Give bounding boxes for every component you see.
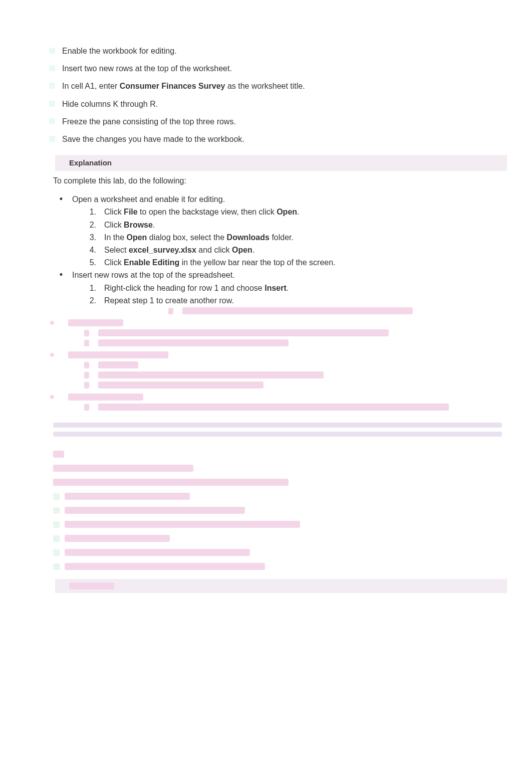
blurred-line: [0, 361, 532, 368]
blurred-line: [0, 404, 532, 411]
blurred-task-section: [0, 465, 532, 570]
blur-text: [98, 371, 324, 378]
numbered-text: Right-click the heading for row 1 and ch…: [104, 282, 289, 294]
numbered-list: 1.Click File to open the backstage view,…: [50, 206, 502, 268]
blurred-bullet: [0, 351, 532, 358]
number-index: 1.: [84, 282, 104, 294]
blurred-bullet: [0, 319, 532, 326]
blurred-line: [0, 329, 532, 336]
task-item: Hide columns K through R.: [53, 98, 502, 110]
task-text: In cell A1, enter Consumer Finances Surv…: [62, 80, 305, 92]
blurred-task-item: [53, 507, 502, 514]
numbered-text: Click Enable Editing in the yellow bar n…: [104, 257, 336, 268]
blurred-groups: [0, 319, 532, 411]
blur-check-icon: [53, 563, 60, 570]
bullet-icon: •: [50, 193, 72, 205]
explain-heading: Insert new rows at the top of the spread…: [72, 269, 235, 281]
numbered-text: Select excel_survey.xlsx and click Open.: [104, 244, 254, 256]
numbered-list: 1.Right-click the heading for row 1 and …: [50, 282, 502, 306]
numbered-text: Click File to open the backstage view, t…: [104, 206, 300, 218]
task-item: Freeze the pane consisting of the top th…: [53, 116, 502, 127]
blurred-line: [0, 381, 532, 388]
task-item: Insert two new rows at the top of the wo…: [53, 63, 502, 74]
blur-text: [68, 351, 168, 358]
numbered-item: 1.Click File to open the backstage view,…: [84, 206, 502, 218]
blur-index: [84, 362, 89, 368]
check-icon: [49, 118, 55, 124]
blurred-line: [0, 339, 532, 346]
blurred-task-item: [53, 493, 502, 500]
blur-text: [53, 479, 289, 486]
blur-check-icon: [53, 549, 60, 556]
blur-index: [84, 330, 89, 336]
numbered-item: 4.Select excel_survey.xlsx and click Ope…: [84, 244, 502, 256]
task-text: Freeze the pane consisting of the top th…: [62, 116, 236, 127]
explain-heading: Open a worksheet and enable it for editi…: [72, 193, 225, 205]
number-index: 2.: [84, 295, 104, 306]
blurred-intro-row: [53, 465, 502, 472]
number-index: 3.: [84, 232, 104, 243]
number-index: 1.: [84, 206, 104, 218]
blur-bullet-icon: [50, 395, 54, 399]
blurred-line: [0, 371, 532, 378]
blur-text: [182, 307, 413, 314]
blur-text: [98, 381, 263, 388]
number-index: 2.: [84, 219, 104, 231]
blur-check-icon: [53, 535, 60, 542]
explanation-header: Explanation: [55, 155, 507, 171]
blur-text: [65, 521, 300, 528]
numbered-text: Click Browse.: [104, 219, 155, 231]
explain-bullet: •Open a worksheet and enable it for edit…: [50, 193, 502, 205]
blurred-bullet: [0, 394, 532, 401]
divider-line: [53, 423, 502, 428]
check-icon: [49, 65, 55, 71]
blur-text: [98, 404, 449, 411]
divider-block: [0, 411, 532, 446]
blurred-task-item: [53, 549, 502, 556]
blur-index: [168, 308, 173, 314]
blur-text: [98, 339, 289, 346]
task-text: Save the changes you have made to the wo…: [62, 133, 244, 145]
bullet-icon: •: [50, 269, 72, 281]
blur-text: [65, 535, 170, 542]
blur-text: [65, 563, 265, 570]
task-item: Enable the workbook for editing.: [53, 45, 502, 57]
blurred-task-item: [53, 479, 502, 486]
check-icon: [49, 83, 55, 89]
blur-bullet-icon: [50, 353, 54, 357]
blur-text: [68, 319, 123, 326]
blurred-line: [84, 307, 502, 314]
blurred-task-item: [53, 535, 502, 542]
blur-text: [69, 582, 114, 590]
check-icon: [49, 101, 55, 107]
blur-check-icon: [53, 521, 60, 528]
blur-text: [53, 465, 193, 472]
blur-text: [65, 507, 245, 514]
task-list: Enable the workbook for editing.Insert t…: [0, 45, 532, 145]
divider-line: [53, 432, 502, 437]
check-icon: [49, 136, 55, 142]
explain-bullet: •Insert new rows at the top of the sprea…: [50, 269, 502, 281]
blurred-task-item: [53, 521, 502, 528]
numbered-item: 3.In the Open dialog box, select the Dow…: [84, 232, 502, 243]
blur-text: [98, 361, 138, 368]
task-text: Insert two new rows at the top of the wo…: [62, 63, 232, 74]
blur-text: [65, 493, 190, 500]
numbered-item: 5.Click Enable Editing in the yellow bar…: [84, 257, 502, 268]
blur-text: [68, 394, 143, 401]
task-text: Enable the workbook for editing.: [62, 45, 177, 57]
blur-check-icon: [53, 493, 60, 500]
intro-text: To complete this lab, do the following:: [0, 175, 532, 186]
blur-text: [65, 549, 250, 556]
numbered-text: Repeat step 1 to create another row.: [104, 295, 234, 306]
numbered-item: 1.Right-click the heading for row 1 and …: [84, 282, 502, 294]
task-item: In cell A1, enter Consumer Finances Surv…: [53, 80, 502, 92]
blurred-continuation: [0, 307, 532, 314]
numbered-item: 2.Repeat step 1 to create another row.: [84, 295, 502, 306]
numbered-text: In the Open dialog box, select the Downl…: [104, 232, 294, 243]
blur-index: [84, 382, 89, 388]
blurred-task-item: [53, 563, 502, 570]
explanation-list: •Open a worksheet and enable it for edit…: [0, 193, 532, 306]
blur-index: [84, 340, 89, 346]
number-index: 5.: [84, 257, 104, 268]
